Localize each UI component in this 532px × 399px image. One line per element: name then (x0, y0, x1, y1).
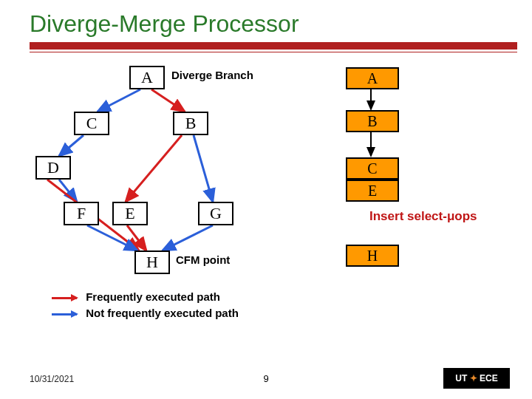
bar-e: E (346, 180, 399, 202)
svg-line-7 (87, 225, 137, 250)
svg-line-2 (59, 135, 83, 156)
label-insert: Insert select-μops (369, 209, 477, 224)
legend-freq-text: Frequently executed path (86, 290, 220, 303)
label-cfm: CFM point (176, 253, 230, 266)
bar-c: C (346, 157, 399, 180)
node-e: E (112, 202, 148, 225)
logo-ut: UT (455, 373, 467, 383)
logo-ece: ECE (480, 373, 498, 383)
logo-longhorn-icon: ✦ (470, 373, 477, 383)
node-g: G (198, 202, 233, 225)
svg-line-1 (98, 89, 140, 112)
svg-line-6 (194, 135, 213, 202)
svg-line-8 (127, 225, 146, 250)
svg-line-0 (151, 89, 185, 112)
bar-a: A (346, 67, 399, 89)
legend-notfreq: Not frequently executed path (52, 307, 239, 319)
node-d: D (35, 156, 71, 180)
legend-notfreq-text: Not frequently executed path (86, 307, 239, 319)
svg-line-3 (59, 180, 77, 202)
node-h: H (134, 250, 170, 274)
footer-logo: UT ✦ ECE (443, 368, 510, 389)
node-f: F (64, 202, 99, 225)
arrow-red-icon (52, 297, 77, 299)
footer-page: 9 (263, 373, 268, 384)
label-diverge: Diverge Branch (171, 69, 253, 81)
arrow-layer (0, 52, 532, 348)
node-c: C (74, 112, 109, 135)
svg-line-9 (163, 225, 213, 250)
diagram-canvas: A Diverge Branch C B D F E G H CFM point… (0, 52, 532, 348)
legend-freq: Frequently executed path (52, 290, 220, 303)
svg-line-5 (126, 135, 182, 202)
node-b: B (173, 112, 208, 135)
node-a: A (129, 66, 165, 89)
footer-date: 10/31/2021 (30, 374, 74, 384)
bar-b: B (346, 110, 399, 132)
slide-title: Diverge-Merge Processor (0, 0, 532, 42)
bar-h: H (346, 245, 399, 267)
title-rule-thick (30, 42, 517, 50)
arrow-blue-icon (52, 313, 77, 316)
